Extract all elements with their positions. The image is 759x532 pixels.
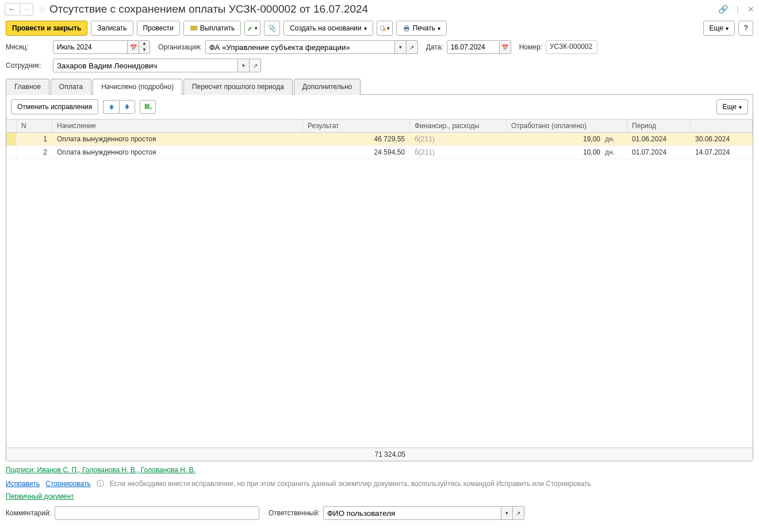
help-button[interactable]: ? — [738, 21, 753, 36]
th-result[interactable]: Результат — [303, 119, 410, 132]
table-footer: 71 324,05 — [6, 448, 753, 461]
responsible-input[interactable] — [323, 506, 501, 520]
svg-rect-8 — [147, 104, 150, 109]
favorite-star-icon[interactable]: ☆ — [38, 4, 46, 15]
th-n[interactable]: N — [17, 119, 52, 132]
arrow-up-icon — [108, 103, 116, 111]
svg-rect-3 — [383, 28, 385, 30]
month-label: Месяц: — [6, 43, 49, 51]
comment-input[interactable] — [55, 506, 259, 520]
date-label: Дата: — [426, 43, 443, 51]
report-button[interactable]: ▾ — [377, 21, 393, 36]
employee-dropdown-button[interactable]: ▾ — [238, 59, 250, 72]
th-fin[interactable]: Финансир., расходы — [410, 119, 507, 132]
month-up-button[interactable]: ▲ — [139, 41, 150, 47]
fix-link[interactable]: Исправить — [6, 480, 40, 488]
month-input[interactable] — [53, 40, 128, 54]
table-header: N Начисление Результат Финансир., расход… — [6, 119, 753, 133]
table-row[interactable]: 2 Оплата вынужденного простоя 24 594,50 … — [6, 146, 753, 159]
record-button[interactable]: Записать — [91, 21, 133, 36]
columns-icon — [144, 103, 152, 111]
svg-rect-5 — [405, 26, 408, 28]
org-input[interactable] — [205, 40, 395, 54]
svg-rect-7 — [145, 104, 147, 109]
move-down-button[interactable] — [119, 100, 135, 114]
pay-button[interactable]: Выплатить — [183, 21, 241, 36]
table-body: 1 Оплата вынужденного простоя 46 729,55 … — [6, 133, 753, 448]
tab-payment[interactable]: Оплата — [51, 79, 91, 95]
highlight-button[interactable]: ▾ — [244, 21, 260, 36]
post-and-close-button[interactable]: Провести и закрыть — [6, 21, 87, 36]
th-period[interactable]: Период — [627, 119, 691, 132]
th-name[interactable]: Начисление — [52, 119, 303, 132]
primary-doc-link[interactable]: Первичный документ — [6, 492, 74, 500]
nav-forward-button[interactable]: → — [20, 3, 33, 16]
post-button[interactable]: Провести — [137, 21, 180, 36]
more-button[interactable]: Еще — [703, 21, 735, 36]
org-label: Организация: — [158, 43, 202, 51]
arrow-down-icon — [123, 103, 131, 111]
number-label: Номер: — [519, 43, 542, 51]
row-color-indicator — [6, 146, 17, 159]
pencil-icon — [247, 24, 254, 32]
employee-input[interactable] — [53, 59, 238, 72]
pay-icon — [190, 24, 198, 32]
employee-open-button[interactable]: ↗ — [250, 59, 261, 72]
svg-point-1 — [193, 27, 195, 29]
hint-text: Если необходимо внести исправление, но п… — [110, 480, 591, 488]
print-button[interactable]: Печать — [396, 21, 447, 36]
printer-icon — [402, 24, 411, 32]
tab-more-button[interactable]: Еще — [716, 99, 748, 114]
report-icon — [379, 24, 386, 32]
paperclip-icon: 📎 — [268, 24, 277, 32]
org-dropdown-button[interactable]: ▾ — [395, 40, 407, 54]
info-icon: ⓘ — [97, 479, 104, 489]
svg-rect-6 — [405, 29, 408, 32]
month-down-button[interactable]: ▼ — [139, 47, 150, 53]
date-input[interactable] — [447, 40, 500, 54]
table-row[interactable]: 1 Оплата вынужденного простоя 46 729,55 … — [6, 133, 753, 146]
date-calendar-icon[interactable]: 📅 — [500, 40, 511, 54]
attach-button[interactable]: 📎 — [264, 21, 280, 36]
tab-accrued-detail[interactable]: Начислено (подробно) — [93, 79, 182, 95]
page-title: Отсутствие с сохранением оплаты УСЗК-000… — [49, 3, 368, 16]
create-based-button[interactable]: Создать на основании — [283, 21, 373, 36]
employee-label: Сотрудник: — [6, 61, 49, 70]
org-open-button[interactable]: ↗ — [407, 40, 418, 54]
comment-label: Комментарий: — [6, 509, 51, 517]
show-columns-button[interactable] — [140, 100, 156, 114]
close-icon[interactable]: ✕ — [747, 5, 754, 14]
th-worked[interactable]: Отработано (оплачено) — [507, 119, 627, 132]
link-icon[interactable]: 🔗 — [718, 5, 728, 14]
more-vertical-icon[interactable]: ⋮ — [734, 5, 742, 14]
number-value: УСЗК-000002 — [546, 40, 597, 54]
signatures-link[interactable]: Подписи: Иванов С. П., Голованова Н. В.,… — [6, 466, 195, 474]
tabs-container: Главное Оплата Начислено (подробно) Пере… — [6, 78, 753, 95]
footer-total: 71 324,05 — [303, 448, 410, 461]
tab-main[interactable]: Главное — [6, 79, 49, 95]
row-color-indicator — [6, 133, 17, 145]
tab-recalc[interactable]: Пересчет прошлого периода — [183, 79, 293, 95]
move-up-button[interactable] — [103, 100, 119, 114]
reverse-link[interactable]: Сторнировать — [45, 480, 90, 488]
tab-additional[interactable]: Дополнительно — [294, 79, 361, 95]
cancel-fixes-button[interactable]: Отменить исправления — [11, 99, 98, 114]
responsible-open-button[interactable]: ↗ — [513, 506, 524, 520]
responsible-label: Ответственный: — [269, 509, 320, 517]
calendar-icon[interactable]: 📅 — [128, 40, 139, 54]
nav-back-button[interactable]: ← — [5, 3, 18, 16]
responsible-dropdown-button[interactable]: ▾ — [501, 506, 513, 520]
th-period2[interactable] — [691, 119, 753, 132]
